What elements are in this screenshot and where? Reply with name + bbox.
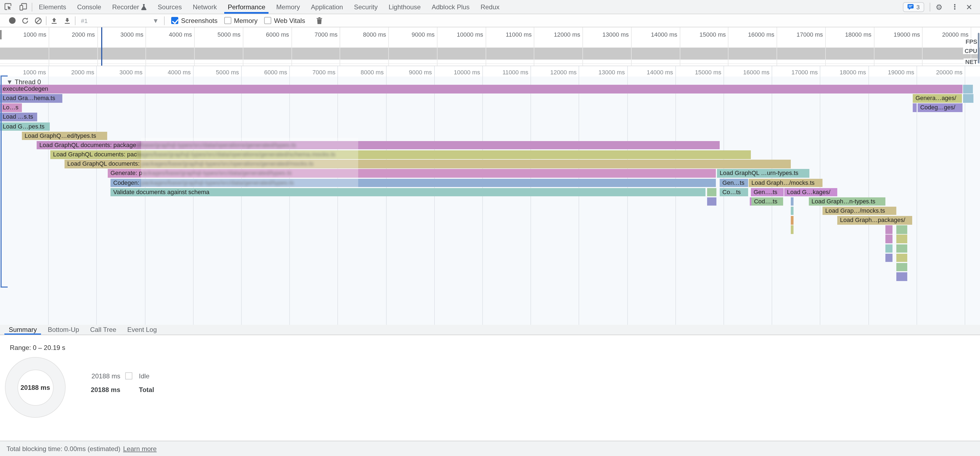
flame-bar-validate-documents-against-schema[interactable]: Validate documents against schema (110, 188, 705, 196)
flame-bar-generate-p[interactable]: Generate: packages/base/graphql-types/sr… (108, 169, 716, 178)
flame-bar-cod-ts[interactable]: Cod….ts (751, 197, 783, 206)
flame-bar-load-grap-mocks-ts[interactable]: Load Grap…/mocks.ts (822, 207, 896, 215)
checkbox-memory[interactable]: Memory (224, 17, 258, 24)
overview-cpu-band (0, 48, 980, 60)
flame-bar-load-gra-hema-ts[interactable]: Load Gra…hema.ts (0, 94, 62, 103)
ruler-tick-label: 6000 ms (264, 69, 287, 75)
flame-bar-genera-ages[interactable]: Genera…ages/ (913, 94, 962, 103)
thread-header[interactable]: ▼ Thread 0 (8, 78, 41, 86)
details-tab-event-log[interactable]: Event Log (122, 325, 162, 335)
overview-grid-line (776, 27, 777, 66)
flame-bar-load-graphq-ed-types-ts[interactable]: Load GraphQ…ed/types.ts (22, 132, 107, 140)
flame-bar-redacted-text: packages/base/graphql-types/src/data/gen… (141, 179, 294, 186)
flame-bar-gen-ts[interactable]: Gen…ts (720, 178, 748, 187)
details-tab-bottom-up[interactable]: Bottom-Up (42, 325, 85, 335)
flame-bar-lo-s[interactable]: Lo…s (0, 103, 22, 112)
inspect-element-icon[interactable] (0, 0, 15, 14)
checkbox-screenshots[interactable]: Screenshots (171, 17, 217, 24)
flame-bar-codeg-ges[interactable]: Codeg…ges/ (917, 103, 962, 112)
close-devtools-icon[interactable]: ✕ (963, 2, 977, 11)
flame-bar-load-graphql-documents-pac[interactable]: Load GraphQL documents: packages/base/gr… (50, 150, 751, 159)
flame-chart-ruler[interactable]: 1000 ms2000 ms3000 ms4000 ms5000 ms6000 … (0, 66, 980, 76)
flame-bar[interactable] (707, 197, 716, 206)
flame-bar[interactable] (791, 226, 794, 234)
tab-adblock-plus[interactable]: Adblock Plus (426, 0, 475, 14)
web-vitals-checkbox-box[interactable] (264, 17, 271, 24)
tab-network[interactable]: Network (187, 0, 222, 14)
flame-bar[interactable] (885, 226, 892, 234)
flame-bar[interactable] (896, 244, 907, 253)
tab-console[interactable]: Console (72, 0, 107, 14)
flame-bar[interactable] (885, 244, 892, 253)
details-tab-summary[interactable]: Summary (3, 325, 42, 335)
screenshots-checkbox-box[interactable] (171, 17, 178, 24)
flame-bar[interactable] (885, 253, 892, 262)
memory-checkbox-box[interactable] (224, 17, 231, 24)
flame-bar[interactable] (896, 263, 907, 272)
overview-tick-label: 10000 ms (457, 31, 483, 38)
flame-bar-load-graphql-urn-types-ts[interactable]: Load GraphQL …urn-types.ts (717, 169, 810, 178)
flame-bar[interactable] (707, 188, 716, 196)
tab-label: Redux (480, 3, 499, 11)
tab-performance[interactable]: Performance (222, 0, 271, 14)
flame-bar[interactable] (963, 85, 973, 93)
flame-bar[interactable] (896, 226, 907, 234)
flame-bar-load-graphql-documents-package[interactable]: Load GraphQL documents: packages/base/gr… (37, 141, 719, 149)
load-profile-icon[interactable] (48, 14, 61, 27)
flame-bar[interactable] (791, 207, 794, 215)
flame-bar[interactable] (896, 235, 907, 243)
flame-bar-label: Co…ts (722, 188, 741, 195)
profile-select[interactable]: #1 ▼ (79, 17, 161, 24)
selection-bracket[interactable] (0, 75, 2, 288)
learn-more-link[interactable]: Learn more (123, 445, 157, 453)
tab-security[interactable]: Security (348, 0, 383, 14)
flame-bar[interactable] (896, 253, 907, 262)
tab-elements[interactable]: Elements (33, 0, 72, 14)
reload-and-record-button[interactable] (19, 14, 32, 27)
overview-tick-label: 3000 ms (120, 31, 143, 38)
summary-pie-total: 20188 ms (21, 384, 50, 391)
device-toolbar-icon[interactable] (15, 0, 30, 14)
flame-bar-load-s-ts[interactable]: Load …s.ts (0, 113, 37, 121)
tab-lighthouse[interactable]: Lighthouse (383, 0, 426, 14)
tab-redux[interactable]: Redux (475, 0, 505, 14)
flame-bar-co-ts[interactable]: Co…ts (720, 188, 748, 196)
flame-chart[interactable]: ▼ Thread 0 executeCodegenLoad Gra…hema.t… (0, 76, 980, 325)
flame-bar[interactable] (885, 235, 892, 243)
flame-bar-codegen[interactable]: Codegen: packages/base/graphql-types/src… (110, 178, 716, 187)
flame-bar[interactable] (791, 197, 794, 206)
flame-bar[interactable] (913, 103, 916, 112)
issues-badge[interactable]: 3 (903, 2, 924, 12)
tab-application[interactable]: Application (305, 0, 348, 14)
flame-bar-load-g-kages[interactable]: Load G…kages/ (784, 188, 837, 196)
checkbox-web-vitals[interactable]: Web Vitals (264, 17, 305, 24)
tab-memory[interactable]: Memory (271, 0, 305, 14)
flame-bar-load-g-pes-ts[interactable]: Load G…pes.ts (0, 122, 50, 131)
flame-bar[interactable] (896, 272, 907, 281)
flame-bar-load-graphql-documents[interactable]: Load GraphQL documents: packages/base/gr… (65, 160, 791, 168)
tab-recorder[interactable]: Recorder (107, 0, 152, 14)
flame-bar-load-graph-n-types-ts[interactable]: Load Graph…n-types.ts (809, 197, 885, 206)
save-profile-icon[interactable] (61, 14, 74, 27)
record-button[interactable] (5, 14, 19, 27)
delete-recording-icon[interactable] (313, 14, 326, 27)
flame-bar[interactable] (791, 216, 794, 224)
overview-playhead[interactable] (101, 27, 102, 66)
clear-button[interactable] (32, 14, 45, 27)
timeline-overview[interactable]: FPS CPU NET 1000 ms2000 ms3000 ms4000 ms… (0, 27, 980, 66)
flame-bar-load-graph-packages[interactable]: Load Graph…packages/ (837, 216, 912, 224)
overview-scrollbar[interactable] (978, 33, 980, 64)
flame-bar-label: Load GraphQL documents: pac (53, 151, 137, 157)
flame-bar[interactable] (963, 94, 974, 103)
flame-bar-load-graph-mocks-ts[interactable]: Load Graph…/mocks.ts (749, 178, 822, 187)
details-tab-call-tree[interactable]: Call Tree (84, 325, 122, 335)
tab-sources[interactable]: Sources (152, 0, 187, 14)
summary-legend: 20188 msIdle20188 msTotal (79, 369, 154, 396)
flame-bar-executecodegen[interactable]: executeCodegen (0, 85, 962, 93)
overview-tick-label: 15000 ms (700, 31, 726, 38)
overview-left-handle[interactable] (0, 30, 2, 40)
more-options-icon[interactable]: ⋮ (947, 3, 963, 11)
flame-bar-gen-ts[interactable]: Gen….ts (751, 188, 784, 196)
settings-gear-icon[interactable]: ⚙ (931, 2, 947, 11)
legend-value: 20188 ms (79, 386, 120, 393)
